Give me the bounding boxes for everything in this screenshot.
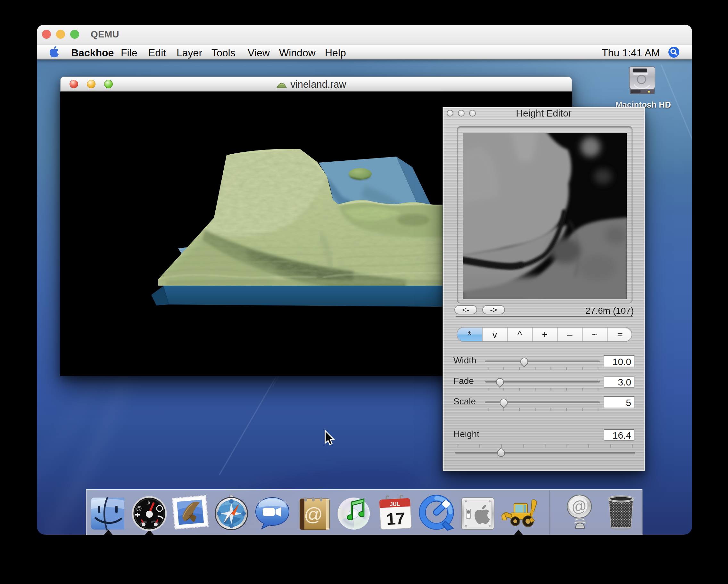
svg-text:JUL: JUL bbox=[390, 501, 400, 507]
svg-text:17: 17 bbox=[386, 509, 405, 529]
svg-text:@: @ bbox=[136, 505, 142, 512]
svg-text:@: @ bbox=[304, 504, 323, 524]
svg-text:♪: ♪ bbox=[147, 498, 151, 506]
svg-text:@: @ bbox=[570, 497, 588, 516]
